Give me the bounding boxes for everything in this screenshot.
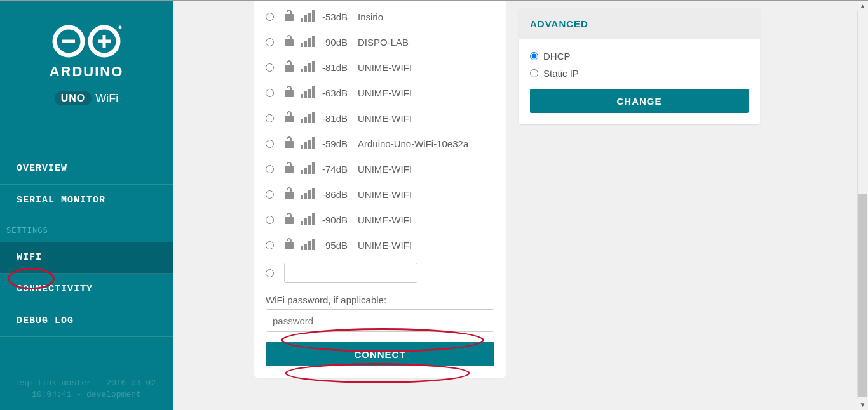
signal-strength: -90dB xyxy=(322,37,351,48)
network-radio[interactable] xyxy=(266,114,274,122)
custom-ssid-input[interactable] xyxy=(284,263,417,283)
sidebar-item-connectivity[interactable]: CONNECTIVITY xyxy=(0,274,173,305)
lock-open-icon xyxy=(284,110,294,123)
svg-rect-35 xyxy=(304,193,307,199)
svg-rect-19 xyxy=(304,91,307,98)
wifi-networks-panel: -53dBInsirio-90dBDISPO-LAB-81dBUNIME-WIF… xyxy=(254,0,506,378)
network-radio[interactable] xyxy=(266,165,274,173)
network-radio[interactable] xyxy=(266,38,274,46)
svg-rect-23 xyxy=(304,117,307,123)
signal-icon xyxy=(301,34,316,47)
sidebar-item-wifi[interactable]: WIFI xyxy=(0,242,173,274)
svg-rect-9 xyxy=(312,10,315,22)
brand-name: ARDUINO xyxy=(0,63,173,80)
network-radio[interactable] xyxy=(266,63,274,72)
password-input[interactable] xyxy=(266,309,494,332)
network-row[interactable]: -74dBUNIME-WIFI xyxy=(266,156,494,182)
sidebar-footer: esp-link master - 2016-03-02 10:04:41 - … xyxy=(0,378,173,400)
signal-icon xyxy=(301,110,316,123)
network-row[interactable]: -53dBInsirio xyxy=(266,4,494,29)
svg-rect-22 xyxy=(301,119,303,123)
svg-rect-40 xyxy=(308,216,311,225)
dhcp-radio[interactable] xyxy=(530,52,538,60)
ip-mode-dhcp[interactable]: DHCP xyxy=(530,51,749,62)
network-ssid: Arduino-Uno-WiFi-10e32a xyxy=(358,138,468,149)
svg-rect-38 xyxy=(301,221,303,225)
network-ssid: UNIME-WIFI xyxy=(358,113,412,124)
change-button[interactable]: CHANGE xyxy=(530,89,749,113)
network-row[interactable]: -59dBArduino-Uno-WiFi-10e32a xyxy=(266,131,494,156)
scrollbar[interactable]: ▲ ▼ xyxy=(857,1,868,410)
network-radio[interactable] xyxy=(266,89,274,97)
arduino-logo-icon xyxy=(48,23,125,60)
network-ssid: DISPO-LAB xyxy=(358,37,409,48)
signal-icon xyxy=(301,85,316,98)
network-radio[interactable] xyxy=(266,216,274,224)
scroll-down-icon[interactable]: ▼ xyxy=(857,399,868,410)
network-ssid: UNIME-WIFI xyxy=(358,215,412,225)
svg-rect-13 xyxy=(312,36,315,47)
scroll-thumb[interactable] xyxy=(858,194,867,397)
svg-rect-26 xyxy=(301,145,303,149)
svg-rect-15 xyxy=(304,66,307,72)
svg-rect-27 xyxy=(304,142,307,149)
signal-strength: -81dB xyxy=(322,113,351,124)
main-content: -53dBInsirio-90dBDISPO-LAB-81dBUNIME-WIF… xyxy=(173,1,868,410)
lock-open-icon xyxy=(284,9,294,22)
model-suffix: WiFi xyxy=(95,92,118,105)
network-radio[interactable] xyxy=(266,13,274,21)
svg-rect-34 xyxy=(301,195,303,199)
signal-icon xyxy=(301,212,316,225)
signal-strength: -63dB xyxy=(322,88,351,98)
sidebar: ARDUINO UNO WiFi OVERVIEW SERIAL MONITOR… xyxy=(0,1,173,410)
svg-rect-33 xyxy=(312,162,315,174)
svg-rect-30 xyxy=(301,170,303,174)
footer-line-2: 10:04:41 - development xyxy=(0,389,173,400)
network-radio[interactable] xyxy=(266,140,274,148)
model-label: UNO WiFi xyxy=(55,91,119,105)
network-row[interactable]: -81dBUNIME-WIFI xyxy=(266,55,494,80)
svg-rect-11 xyxy=(304,41,307,47)
lock-open-icon xyxy=(284,34,294,47)
svg-rect-14 xyxy=(301,69,303,72)
lock-open-icon xyxy=(284,60,294,72)
network-row[interactable]: -90dBDISPO-LAB xyxy=(266,29,494,55)
signal-strength: -86dB xyxy=(322,189,351,200)
lock-open-icon xyxy=(284,187,294,199)
svg-rect-31 xyxy=(304,168,307,174)
lock-open-icon xyxy=(284,85,294,98)
sidebar-section-settings: SETTINGS xyxy=(0,216,173,242)
nav: OVERVIEW SERIAL MONITOR SETTINGS WIFI CO… xyxy=(0,153,173,337)
svg-rect-44 xyxy=(308,241,311,250)
lock-open-icon xyxy=(284,237,294,250)
signal-strength: -74dB xyxy=(322,164,351,175)
sidebar-item-debug-log[interactable]: DEBUG LOG xyxy=(0,305,173,337)
signal-icon xyxy=(301,187,316,199)
lock-open-icon xyxy=(284,161,294,174)
signal-strength: -59dB xyxy=(322,138,351,149)
svg-rect-39 xyxy=(304,218,307,225)
network-row-custom[interactable] xyxy=(266,258,494,288)
network-row[interactable]: -90dBUNIME-WIFI xyxy=(266,207,494,232)
connect-button[interactable]: CONNECT xyxy=(266,342,494,366)
network-row[interactable]: -63dBUNIME-WIFI xyxy=(266,80,494,105)
network-ssid: UNIME-WIFI xyxy=(358,88,412,98)
svg-rect-37 xyxy=(312,188,315,199)
network-radio[interactable] xyxy=(266,241,274,249)
ip-mode-static[interactable]: Static IP xyxy=(530,68,749,79)
model-badge: UNO xyxy=(55,91,92,105)
svg-rect-42 xyxy=(301,246,303,250)
sidebar-item-serial-monitor[interactable]: SERIAL MONITOR xyxy=(0,185,173,216)
signal-strength: -90dB xyxy=(322,215,351,225)
network-row[interactable]: -95dBUNIME-WIFI xyxy=(266,232,494,258)
static-ip-radio[interactable] xyxy=(530,69,538,77)
network-row[interactable]: -86dBUNIME-WIFI xyxy=(266,182,494,207)
svg-point-5 xyxy=(119,26,122,29)
network-row[interactable]: -81dBUNIME-WIFI xyxy=(266,105,494,131)
svg-rect-43 xyxy=(304,244,307,250)
network-radio-custom[interactable] xyxy=(266,269,274,277)
footer-line-1: esp-link master - 2016-03-02 xyxy=(0,378,173,389)
scroll-up-icon[interactable]: ▲ xyxy=(857,1,868,11)
network-radio[interactable] xyxy=(266,190,274,199)
sidebar-item-overview[interactable]: OVERVIEW xyxy=(0,153,173,185)
